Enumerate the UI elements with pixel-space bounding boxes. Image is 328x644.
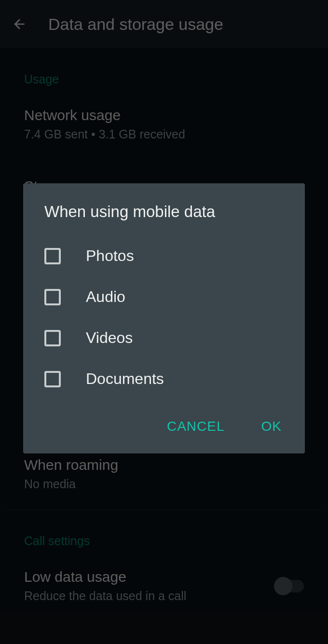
cancel-button[interactable]: CANCEL	[163, 414, 229, 439]
mobile-data-dialog: When using mobile data Photos Audio Vide…	[23, 183, 305, 453]
option-videos[interactable]: Videos	[23, 317, 305, 358]
dialog-actions: CANCEL OK	[23, 404, 305, 444]
option-documents[interactable]: Documents	[23, 358, 305, 399]
dialog-title: When using mobile data	[23, 203, 305, 231]
checkbox-icon[interactable]	[44, 371, 61, 387]
dialog-options: Photos Audio Videos Documents	[23, 231, 305, 404]
option-label: Audio	[86, 288, 125, 306]
ok-button[interactable]: OK	[258, 414, 286, 439]
option-label: Photos	[86, 247, 134, 265]
option-audio[interactable]: Audio	[23, 276, 305, 317]
option-label: Documents	[86, 370, 164, 388]
option-photos[interactable]: Photos	[23, 235, 305, 276]
checkbox-icon[interactable]	[44, 330, 61, 346]
checkbox-icon[interactable]	[44, 248, 61, 264]
option-label: Videos	[86, 329, 133, 347]
checkbox-icon[interactable]	[44, 289, 61, 305]
